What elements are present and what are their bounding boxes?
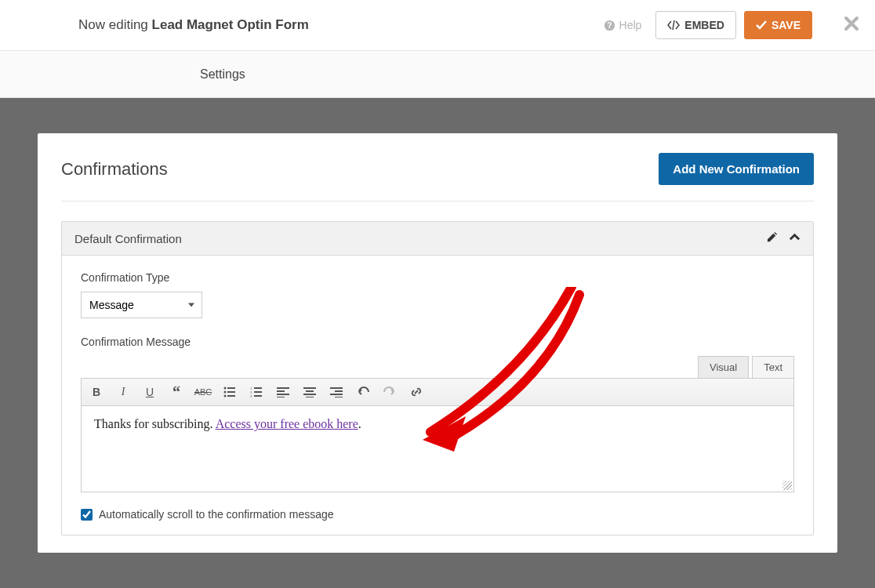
redo-icon[interactable] [381,383,398,401]
code-icon [667,20,680,30]
editing-title: Now editing Lead Magnet Optin Form [78,17,309,33]
strikethrough-icon[interactable]: ABC [194,383,212,401]
add-confirmation-button[interactable]: Add New Confirmation [659,153,814,185]
align-center-icon[interactable] [301,383,318,401]
svg-rect-5 [227,391,235,393]
help-link[interactable]: ? Help [604,19,642,31]
svg-rect-17 [277,397,285,397]
number-list-icon[interactable]: 123 [248,383,265,401]
svg-rect-16 [277,394,289,395]
svg-rect-3 [227,387,235,389]
check-icon [756,20,767,30]
help-label: Help [619,19,642,31]
editing-prefix: Now editing [78,17,152,32]
link-icon[interactable] [408,383,425,401]
autoscroll-row[interactable]: Automatically scroll to the confirmation… [81,508,794,521]
form-name: Lead Magnet Optin Form [152,17,309,32]
resize-handle[interactable] [782,481,792,490]
message-label: Confirmation Message [81,336,794,348]
svg-rect-22 [330,387,343,389]
svg-rect-7 [227,395,235,397]
close-icon [844,16,859,31]
svg-rect-25 [335,397,343,397]
svg-rect-18 [303,387,316,389]
confirmation-card: Default Confirmation Confirmation Type M… [61,221,814,535]
close-button[interactable] [844,14,859,36]
help-icon: ? [604,20,615,31]
blockquote-icon[interactable]: “ [168,383,185,401]
svg-rect-13 [254,395,262,397]
align-left-icon[interactable] [274,383,292,401]
type-label: Confirmation Type [81,271,794,284]
confirmation-type-select[interactable]: Message [81,292,202,318]
svg-rect-19 [306,390,314,392]
bold-icon[interactable]: B [88,383,105,401]
align-right-icon[interactable] [328,383,345,401]
chevron-up-icon[interactable] [789,231,801,245]
svg-rect-9 [254,387,262,389]
confirmation-title: Default Confirmation [74,232,182,245]
message-suffix: . [358,417,361,430]
svg-text:3: 3 [250,394,252,397]
svg-rect-15 [277,390,285,392]
save-label: SAVE [772,19,801,31]
editor-toolbar: B I U “ ABC 123 [81,378,794,406]
embed-button[interactable]: EMBED [655,11,736,39]
autoscroll-checkbox[interactable] [81,509,93,521]
svg-rect-24 [330,394,343,395]
svg-rect-21 [306,397,314,397]
tab-visual[interactable]: Visual [698,356,749,378]
bullet-list-icon[interactable] [221,383,238,401]
svg-point-4 [224,391,227,394]
underline-icon[interactable]: U [141,383,158,401]
autoscroll-label: Automatically scroll to the confirmation… [99,508,334,521]
edit-icon[interactable] [766,231,778,245]
svg-text:?: ? [607,21,612,30]
svg-rect-20 [303,394,316,395]
tab-text[interactable]: Text [752,356,794,378]
page-title: Confirmations [61,159,168,180]
save-button[interactable]: SAVE [744,11,812,39]
svg-point-2 [224,387,227,390]
svg-point-6 [224,395,227,397]
embed-label: EMBED [684,19,724,31]
message-prefix: Thanks for subscribing. [94,417,216,430]
svg-rect-23 [335,390,343,392]
svg-rect-14 [277,387,289,389]
svg-rect-11 [254,391,262,393]
tab-settings[interactable]: Settings [200,67,245,82]
undo-icon[interactable] [354,383,372,401]
message-link[interactable]: Access your free ebook here [216,417,358,430]
italic-icon[interactable]: I [114,383,132,401]
message-editor[interactable]: Thanks for subscribing. Access your free… [81,406,794,492]
